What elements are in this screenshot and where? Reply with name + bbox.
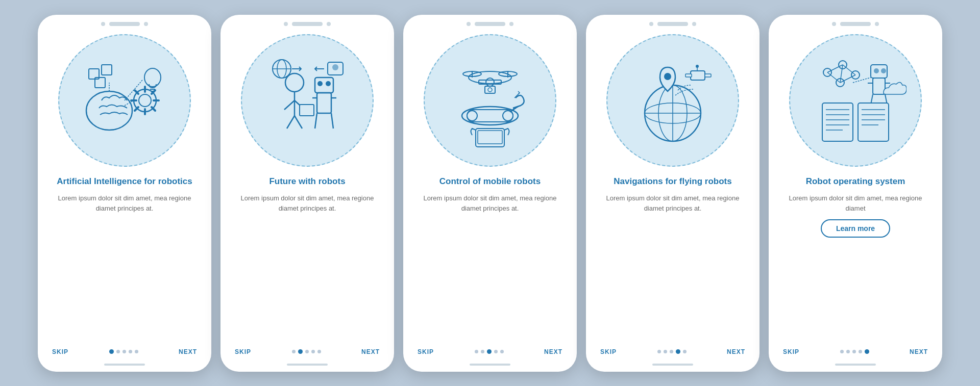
svg-line-79 — [827, 72, 840, 83]
top-line — [657, 22, 688, 26]
dot — [135, 350, 138, 353]
dots-4 — [657, 349, 687, 354]
svg-line-81 — [840, 65, 843, 83]
dot — [852, 350, 856, 353]
dot — [481, 350, 484, 353]
phone-top-bar-5 — [769, 15, 942, 29]
next-button-4[interactable]: NEXT — [727, 348, 745, 355]
dot — [500, 350, 504, 353]
svg-line-101 — [853, 78, 871, 83]
svg-line-24 — [287, 116, 295, 128]
phone-2-title: Future with robots — [269, 176, 345, 187]
top-line — [475, 22, 505, 26]
svg-point-29 — [326, 81, 331, 86]
svg-point-28 — [317, 81, 323, 86]
dot — [129, 350, 132, 353]
svg-point-11 — [144, 68, 161, 87]
dots-1 — [109, 349, 138, 354]
skip-button-5[interactable]: SKIP — [783, 348, 799, 355]
svg-point-53 — [467, 111, 477, 121]
phone-bottom-bar-1 — [104, 364, 145, 366]
dot — [670, 350, 673, 353]
svg-line-78 — [843, 65, 855, 75]
svg-rect-69 — [685, 74, 692, 77]
dot-active — [865, 349, 869, 354]
learn-more-button[interactable]: Learn more — [821, 219, 890, 238]
dot-active — [298, 349, 303, 354]
top-dot — [509, 22, 513, 26]
svg-rect-15 — [102, 65, 112, 75]
phone-5-content: Robot operating system Lorem ipsum dolor… — [769, 167, 942, 343]
skip-button-2[interactable]: SKIP — [235, 348, 251, 355]
top-dot — [832, 22, 836, 26]
dot-active — [109, 349, 114, 354]
dot — [683, 350, 687, 353]
svg-line-34 — [331, 113, 333, 128]
svg-rect-27 — [315, 78, 333, 93]
phone-2-nav: SKIP NEXT — [220, 343, 394, 361]
next-button-1[interactable]: NEXT — [179, 348, 197, 355]
dot-active — [676, 349, 680, 354]
phones-container: Artificial Intelligence for robotics Lor… — [28, 5, 952, 382]
phone-4-body: Lorem ipsum dolor sit dim amet, mea regi… — [598, 193, 747, 215]
phone-top-bar-2 — [220, 15, 394, 29]
svg-point-84 — [881, 68, 886, 73]
illustration-ai — [58, 34, 191, 167]
dot — [116, 350, 120, 353]
svg-line-33 — [315, 113, 317, 128]
top-dot — [327, 22, 331, 26]
svg-rect-68 — [691, 71, 705, 80]
top-line — [840, 22, 871, 26]
phone-navigation: Navigations for flying robots Lorem ipsu… — [586, 15, 760, 372]
dot — [846, 350, 850, 353]
phone-top-bar-3 — [403, 15, 577, 29]
svg-point-50 — [488, 88, 492, 92]
phone-1-title: Artificial Intelligence for robotics — [57, 176, 192, 187]
phone-4-nav: SKIP NEXT — [586, 343, 760, 361]
phone-bottom-bar-2 — [287, 364, 328, 366]
dot — [292, 350, 296, 353]
phone-3-body: Lorem ipsum dolor sit dim amet, mea regi… — [415, 193, 565, 215]
phone-1-body: Lorem ipsum dolor sit dim amet, mea regi… — [50, 193, 199, 215]
top-dot — [467, 22, 471, 26]
skip-button-4[interactable]: SKIP — [600, 348, 617, 355]
next-button-5[interactable]: NEXT — [910, 348, 928, 355]
next-button-3[interactable]: NEXT — [544, 348, 562, 355]
dots-2 — [292, 349, 321, 354]
svg-point-20 — [285, 73, 304, 92]
phone-robot-os: Robot operating system Lorem ipsum dolor… — [769, 15, 942, 372]
next-button-2[interactable]: NEXT — [361, 348, 380, 355]
future-illustration-svg — [256, 49, 358, 151]
dots-3 — [475, 349, 504, 354]
phone-5-title: Robot operating system — [806, 176, 905, 187]
dot — [122, 350, 126, 353]
svg-rect-96 — [858, 103, 889, 141]
top-dot — [284, 22, 288, 26]
control-illustration-svg — [439, 49, 541, 151]
phone-bottom-bar-4 — [652, 364, 693, 366]
phone-ai-robotics: Artificial Intelligence for robotics Lor… — [38, 15, 211, 372]
illustration-control — [424, 34, 556, 167]
svg-point-2 — [139, 94, 151, 107]
phone-4-title: Navigations for flying robots — [614, 176, 731, 187]
svg-point-72 — [696, 65, 699, 68]
phone-top-bar-4 — [586, 15, 760, 29]
nav-illustration-svg — [622, 49, 724, 151]
phone-1-content: Artificial Intelligence for robotics Lor… — [38, 167, 211, 343]
skip-button-3[interactable]: SKIP — [418, 348, 434, 355]
robot-os-illustration-svg — [804, 49, 906, 151]
top-line — [109, 22, 140, 26]
phone-bottom-bar-5 — [835, 364, 876, 366]
phone-3-content: Control of mobile robots Lorem ipsum dol… — [403, 167, 577, 343]
dot — [311, 350, 315, 353]
svg-line-7 — [135, 90, 138, 94]
svg-point-83 — [874, 68, 879, 73]
svg-point-39 — [332, 64, 338, 70]
dot — [475, 350, 478, 353]
skip-button-1[interactable]: SKIP — [52, 348, 68, 355]
top-line — [292, 22, 323, 26]
top-dot — [649, 22, 653, 26]
dot-active — [487, 349, 492, 354]
illustration-future — [241, 34, 374, 167]
phone-control-robots: Control of mobile robots Lorem ipsum dol… — [403, 15, 577, 372]
